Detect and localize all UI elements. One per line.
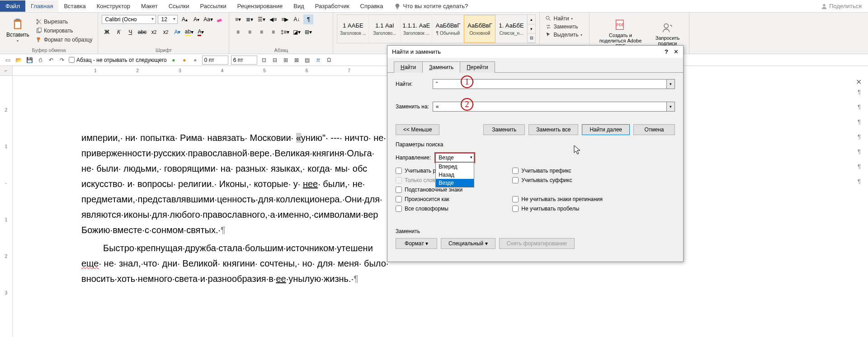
ignore-punct-check[interactable]: Не учитывать знаки препинания	[512, 196, 603, 202]
replace-input[interactable]	[433, 102, 667, 112]
circle-green-icon[interactable]: ●	[170, 56, 178, 64]
special-button[interactable]: Специальный ▾	[441, 238, 495, 249]
style-heading1[interactable]: 1 ААБЕЗаголовок ...	[337, 15, 369, 43]
less-button[interactable]: << Меньше	[396, 124, 439, 135]
multilevel-button[interactable]: ☰▾	[256, 14, 266, 24]
open-icon[interactable]: 📂	[14, 56, 23, 64]
bullets-button[interactable]: ≡▾	[233, 14, 243, 24]
italic-button[interactable]: К	[113, 27, 123, 37]
no-formatting-button[interactable]: Снять форматирование	[499, 238, 575, 249]
numbering-button[interactable]: ≣▾	[245, 14, 255, 24]
tab-insert[interactable]: Вставка	[58, 0, 91, 12]
share-button[interactable]: Поделиться	[821, 3, 862, 9]
match-suffix-check[interactable]: Учитывать суффикс	[512, 177, 603, 183]
find-next-button[interactable]: Найти далее	[582, 124, 630, 135]
tab-layout[interactable]: Макет	[136, 0, 163, 12]
font-size-combo[interactable]: 12	[158, 15, 178, 24]
sounds-like-check[interactable]: Произносится как	[396, 196, 462, 202]
strikethrough-button[interactable]: abc	[137, 27, 147, 37]
format-painter-button[interactable]: Формат по образцу	[34, 36, 94, 44]
tell-me[interactable]: Что вы хотите сделать?	[389, 0, 474, 12]
align-center-button[interactable]: ≡	[245, 27, 255, 37]
tab-design[interactable]: Конструктор	[91, 0, 136, 12]
circle-gray-icon[interactable]: ●	[191, 56, 199, 64]
subscript-button[interactable]: x2	[149, 27, 159, 37]
circle-orange-icon[interactable]: ●	[180, 56, 189, 64]
wildcards-check[interactable]: Подстановочные знаки	[396, 187, 462, 193]
gallery-scroll[interactable]: ▴▾⊟	[527, 15, 535, 43]
tab-goto[interactable]: Перейти	[460, 61, 495, 73]
cancel-button[interactable]: Отмена	[633, 124, 675, 135]
misc-icon-4[interactable]: ⊠	[292, 56, 301, 64]
underline-button[interactable]: Ч	[125, 27, 135, 37]
replace-button[interactable]: Заменить	[543, 23, 585, 31]
line-spacing-button[interactable]: ‡≡▾	[280, 27, 290, 37]
format-button[interactable]: Формат ▾	[396, 238, 437, 249]
shrink-font-button[interactable]: A▾	[191, 14, 201, 24]
undo-icon[interactable]: ↶	[47, 56, 55, 64]
cut-button[interactable]: Вырезать	[34, 18, 94, 26]
replace-history-button[interactable]: ▾	[667, 102, 675, 112]
misc-icon-3[interactable]: ⊞	[282, 56, 290, 64]
adobe-sign-button[interactable]: Запросить подписи	[649, 21, 685, 47]
font-name-combo[interactable]: Calibri (Осно	[102, 15, 156, 24]
select-button[interactable]: Выделить▾	[543, 31, 585, 39]
style-body[interactable]: АаБбВвГОсновной	[464, 15, 495, 43]
borders-button[interactable]: ⊞▾	[303, 27, 313, 37]
redo-icon[interactable]: ↷	[58, 56, 66, 64]
style-list[interactable]: 1. АаБбЕСписок_н...	[495, 15, 527, 43]
style-heading3[interactable]: 1.1.1. АаЕЗаголовок ...	[401, 15, 432, 43]
text-effects-button[interactable]: A▾	[172, 27, 182, 37]
show-marks-button[interactable]: ¶	[303, 14, 313, 24]
justify-button[interactable]: ≡	[268, 27, 278, 37]
pi-icon[interactable]: π	[314, 56, 322, 64]
replace-all-button[interactable]: Заменить все	[528, 124, 578, 135]
replace-one-button[interactable]: Заменить	[483, 124, 525, 135]
paste-button[interactable]: Вставить ▾	[4, 17, 32, 44]
align-right-button[interactable]: ≡	[256, 27, 266, 37]
misc-icon-1[interactable]: ⊡	[260, 56, 268, 64]
highlight-button[interactable]: ab▾	[184, 27, 194, 37]
tab-mailings[interactable]: Рассылки	[194, 0, 231, 12]
align-left-button[interactable]: ≡	[233, 27, 243, 37]
word-forms-check[interactable]: Все словоформы	[396, 206, 462, 212]
style-heading2[interactable]: 1.1 АаІЗаголово...	[369, 15, 401, 43]
match-prefix-check[interactable]: Учитывать префикс	[512, 168, 603, 174]
misc-icon-2[interactable]: ⊟	[271, 56, 279, 64]
save-icon[interactable]: 💾	[25, 56, 33, 64]
tab-replace[interactable]: Заменить	[422, 61, 460, 73]
find-input[interactable]	[433, 79, 667, 89]
superscript-button[interactable]: x2	[160, 27, 170, 37]
change-case-button[interactable]: Aa▾	[203, 14, 213, 24]
tab-review[interactable]: Рецензирование	[232, 0, 288, 12]
tab-view[interactable]: Вид	[288, 0, 310, 12]
close-pane-icon[interactable]: ✕	[856, 78, 862, 86]
horizontal-ruler[interactable]: 123456789	[13, 66, 435, 76]
spacing-after-spin[interactable]: 6 пт	[231, 56, 257, 65]
dialog-titlebar[interactable]: Найти и заменить ? ✕	[387, 46, 683, 58]
decrease-indent-button[interactable]: ◀≡	[268, 14, 278, 24]
shading-button[interactable]: ◪▾	[292, 27, 302, 37]
close-icon[interactable]: ✕	[674, 48, 679, 55]
direction-option-forward[interactable]: Вперед	[436, 163, 474, 171]
grow-font-button[interactable]: A▴	[179, 14, 189, 24]
tab-developer[interactable]: Разработчик	[310, 0, 355, 12]
tab-help[interactable]: Справка	[355, 0, 389, 12]
direction-option-all[interactable]: Везде	[436, 179, 474, 187]
ignore-space-check[interactable]: Не учитывать пробелы	[512, 206, 603, 212]
copy-button[interactable]: Копировать	[34, 27, 94, 35]
styles-gallery[interactable]: 1 ААБЕЗаголовок ... 1.1 АаІЗаголово... 1…	[337, 14, 536, 43]
style-normal[interactable]: АаБбВвГ¶ Обычный	[432, 15, 464, 43]
find-button[interactable]: Найти▾	[543, 14, 585, 23]
direction-option-back[interactable]: Назад	[436, 171, 474, 179]
help-icon[interactable]: ?	[665, 48, 668, 55]
tab-references[interactable]: Ссылки	[163, 0, 195, 12]
new-doc-icon[interactable]: ▭	[4, 56, 12, 64]
clear-format-button[interactable]	[215, 14, 225, 24]
tab-home[interactable]: Главная	[25, 0, 58, 12]
omega-icon[interactable]: Ω	[325, 56, 333, 64]
direction-combo[interactable]: Везде Вперед Назад Везде	[434, 152, 475, 163]
font-color-button[interactable]: A▾	[196, 27, 206, 37]
spacing-before-spin[interactable]: 0 пт	[202, 56, 228, 65]
vertical-ruler[interactable]: 21-123	[0, 76, 13, 337]
